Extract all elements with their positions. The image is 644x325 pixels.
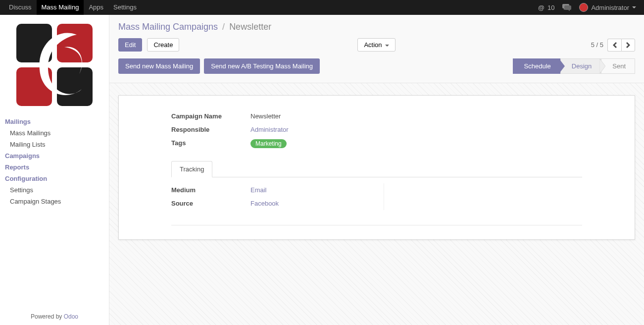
divider [171,225,582,225]
pager-next-button[interactable] [621,39,635,52]
powered-link[interactable]: Odoo [64,313,78,320]
caret-down-icon [632,6,636,8]
stage-pipeline: Schedule Design Sent [513,58,635,74]
sidebar-section-mailings[interactable]: Mailings [0,116,109,127]
svg-rect-1 [57,24,93,62]
medium-value[interactable]: Email [250,186,267,194]
pager-text: 5 / 5 [591,41,603,49]
sidebar-section-configuration[interactable]: Configuration [0,173,109,184]
responsible-label: Responsible [171,126,250,133]
powered-by: Powered by Odoo [0,308,109,325]
source-value[interactable]: Facebook [250,200,279,207]
action-dropdown[interactable]: Action [357,38,395,52]
stage-sent[interactable]: Sent [601,58,635,74]
sidebar-item-mass-mailings[interactable]: Mass Mailings [0,127,109,139]
source-label: Source [171,200,250,207]
messages-count: 10 [547,4,554,11]
campaign-name-value: Newsletter [250,112,281,120]
svg-marker-4 [559,58,565,74]
user-menu[interactable]: Administrator [575,3,640,12]
top-navbar: Discuss Mass Mailing Apps Settings @ 10 … [0,0,644,15]
breadcrumb: Mass Mailing Campaigns / Newsletter [118,22,635,32]
campaign-name-label: Campaign Name [171,112,250,120]
main-content: Mass Mailing Campaigns / Newsletter Edit… [109,15,644,325]
svg-marker-5 [599,58,605,74]
breadcrumb-parent[interactable]: Mass Mailing Campaigns [118,22,218,32]
medium-label: Medium [171,186,250,194]
pager-prev-button[interactable] [607,39,621,52]
messages-indicator[interactable]: @ 10 [534,4,559,11]
tag-marketing: Marketing [250,139,287,148]
sidebar-item-mailing-lists[interactable]: Mailing Lists [0,139,109,150]
avatar-icon [579,3,588,12]
sidebar-section-campaigns[interactable]: Campaigns [0,150,109,162]
at-icon: @ [538,4,545,11]
send-mass-mailing-button[interactable]: Send new Mass Mailing [118,58,200,74]
sidebar-item-campaign-stages[interactable]: Campaign Stages [0,196,109,207]
user-name: Administrator [591,4,629,11]
form-sheet: Campaign Name Newsletter Responsible Adm… [118,95,635,240]
stage-schedule[interactable]: Schedule [513,58,560,74]
create-button[interactable]: Create [147,38,179,52]
tags-label: Tags [171,139,250,148]
pager: 5 / 5 [591,39,635,52]
nav-discuss[interactable]: Discuss [4,0,37,15]
sidebar-section-reports[interactable]: Reports [0,162,109,173]
svg-rect-3 [57,67,93,106]
conversations-icon[interactable] [558,4,575,11]
send-ab-testing-button[interactable]: Send new A/B Testing Mass Mailing [204,58,320,74]
app-logo [12,20,97,109]
edit-button[interactable]: Edit [118,38,142,52]
chevron-right-icon [626,42,630,48]
stage-design[interactable]: Design [560,58,601,74]
tags-value: Marketing [250,139,287,148]
breadcrumb-separator: / [220,22,227,32]
responsible-value[interactable]: Administrator [250,126,289,133]
nav-mass-mailing[interactable]: Mass Mailing [37,0,84,15]
tab-tracking[interactable]: Tracking [171,161,212,177]
breadcrumb-current: Newsletter [229,22,271,32]
nav-settings[interactable]: Settings [108,0,142,15]
sidebar: Mailings Mass Mailings Mailing Lists Cam… [0,15,109,325]
chevron-left-icon [613,42,617,48]
nav-apps[interactable]: Apps [84,0,108,15]
sidebar-item-settings[interactable]: Settings [0,184,109,196]
